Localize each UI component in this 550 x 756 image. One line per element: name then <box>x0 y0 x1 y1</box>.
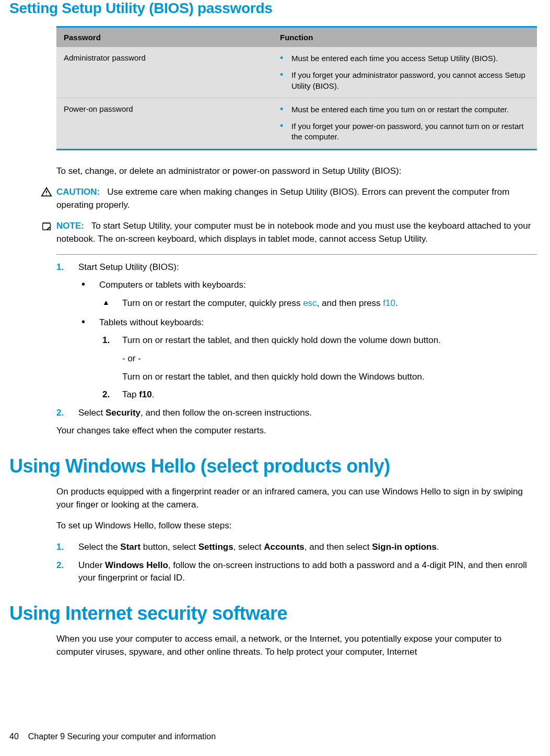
chapter-label: Chapter 9 Securing your computer and inf… <box>28 732 216 741</box>
or-separator: - or - <box>122 352 537 365</box>
step-number: 2. <box>56 559 64 572</box>
page-number: 40 <box>9 732 19 741</box>
hello-steps-list: 1. Select the Start button, select Setti… <box>56 541 537 585</box>
hello-p2: To set up Windows Hello, follow these st… <box>56 519 537 533</box>
heading-internet-security: Using Internet security software <box>9 603 537 624</box>
function-item: If you forget your power-on password, yo… <box>280 121 530 143</box>
list-item: 1. Turn on or restart the tablet, and th… <box>99 334 537 383</box>
list-item: 2. Tap f10. <box>99 388 537 401</box>
list-item: 1. Start Setup Utility (BIOS): Computers… <box>56 261 537 401</box>
key-f10-bold: f10 <box>139 389 152 399</box>
bios-password-table: Password Function Administrator password… <box>56 26 537 150</box>
security-bold: Security <box>106 408 141 418</box>
list-item: Computers or tablets with keyboards: Tur… <box>78 279 537 310</box>
step-number: 1. <box>56 261 64 274</box>
nested-step-number: 2. <box>102 388 110 401</box>
list-item: 1. Select the Start button, select Setti… <box>56 541 537 554</box>
function-item: Must be entered each time you turn on or… <box>280 104 530 115</box>
caution-label: CAUTION: <box>56 187 100 197</box>
table-header-function: Function <box>273 27 537 48</box>
alt-text: Turn on or restart the tablet, and then … <box>122 371 537 384</box>
function-item: Must be entered each time you access Set… <box>280 53 530 64</box>
closing-paragraph: Your changes take effect when the comput… <box>56 424 537 438</box>
sub-text: Tablets without keyboards: <box>99 317 204 327</box>
hello-p1: On products equipped with a fingerprint … <box>56 486 537 511</box>
caution-icon <box>41 186 52 198</box>
heading-windows-hello: Using Windows Hello (select products onl… <box>9 455 537 477</box>
note-icon <box>41 220 52 232</box>
step-number: 1. <box>56 541 64 554</box>
divider <box>56 254 537 255</box>
function-list: Must be entered each time you access Set… <box>280 53 530 91</box>
step-number: 2. <box>56 407 64 420</box>
nested-step-number: 1. <box>102 334 110 347</box>
list-item: 2. Select Security, and then follow the … <box>56 407 537 420</box>
function-item: If you forget your administrator passwor… <box>280 70 530 91</box>
bios-steps-list: 1. Start Setup Utility (BIOS): Computers… <box>56 261 537 420</box>
security-p1: When you use your computer to access ema… <box>56 633 537 658</box>
password-name: Administrator password <box>56 47 273 98</box>
function-list: Must be entered each time you turn on or… <box>280 104 530 143</box>
list-item: Tablets without keyboards: 1. Turn on or… <box>78 316 537 401</box>
svg-point-1 <box>46 194 46 195</box>
password-name: Power-on password <box>56 98 273 149</box>
table-row: Power-on password Must be entered each t… <box>56 98 537 149</box>
heading-bios-passwords: Setting Setup Utility (BIOS) passwords <box>9 0 537 17</box>
step-text: Start Setup Utility (BIOS): <box>78 262 179 272</box>
list-item: 2. Under Windows Hello, follow the on-sc… <box>56 559 537 585</box>
caution-text: Use extreme care when making changes in … <box>56 187 509 210</box>
note-label: NOTE: <box>56 221 84 231</box>
note-callout: NOTE: To start Setup Utility, your compu… <box>42 220 537 245</box>
table-header-password: Password <box>56 27 273 48</box>
list-item: Turn on or restart the computer, quickly… <box>99 297 537 310</box>
page-footer: 40 Chapter 9 Securing your computer and … <box>9 732 216 741</box>
note-text: To start Setup Utility, your computer mu… <box>56 221 531 244</box>
intro-paragraph: To set, change, or delete an administrat… <box>56 165 537 178</box>
table-row: Administrator password Must be entered e… <box>56 47 537 98</box>
key-esc: esc <box>303 298 317 308</box>
caution-callout: CAUTION: Use extreme care when making ch… <box>42 186 537 211</box>
sub-text: Computers or tablets with keyboards: <box>99 280 246 290</box>
key-f10: f10 <box>383 298 395 308</box>
